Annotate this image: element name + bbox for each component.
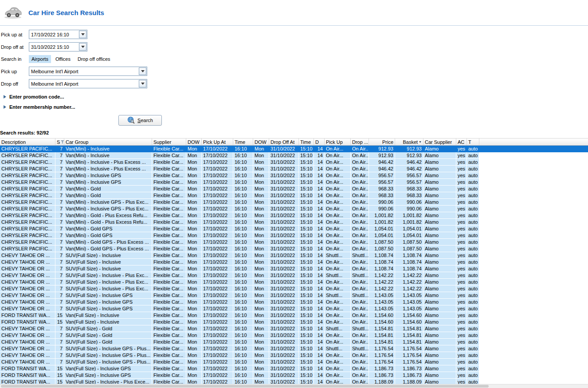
dropoff-location-combobox[interactable]: Melbourne Int'l Airport	[29, 79, 147, 88]
table-row[interactable]: CHEVY TAHOE OR ...7SUV(Full Size) - Incl…	[0, 305, 588, 312]
column-header-supplier[interactable]: Supplier	[152, 139, 186, 145]
table-row[interactable]: CHEVY TAHOE OR ...7SUV(Full Size) - Incl…	[0, 272, 588, 279]
column-header-description[interactable]: Description	[0, 139, 55, 145]
table-row[interactable]: CHEVY TAHOE OR ...7SUV(Full Size) - Incl…	[0, 265, 588, 272]
cell-price: 1,087.50	[369, 239, 395, 245]
cell-d: 14	[314, 166, 325, 172]
table-row[interactable]: CHRYSLER PACIFIC...7Van(Mini) - Inclusiv…	[0, 179, 588, 186]
table-row[interactable]: CHRYSLER PACIFIC...7Van(Mini) - Inclusiv…	[0, 166, 588, 172]
cell-dow: Mon	[186, 372, 202, 379]
column-header-s[interactable]: S	[55, 139, 64, 145]
column-header-pick-up[interactable]: Pick Up	[325, 139, 351, 145]
column-header-price[interactable]: Price	[369, 139, 395, 145]
table-row[interactable]: CHRYSLER PACIFIC...7Van(Mini) - GoldFlex…	[0, 192, 588, 199]
horizontal-scrollbar-thumb[interactable]	[1, 385, 489, 388]
cell-drop: On Air...	[351, 312, 369, 319]
dropoff-at-dropdown-button[interactable]	[79, 43, 86, 51]
column-header-ac[interactable]: AC	[456, 139, 467, 145]
column-header-car-supplier[interactable]: Car Supplier	[423, 139, 456, 145]
promotion-code-expander[interactable]: Enter promotion code...	[4, 94, 588, 100]
column-header-drop-off-at[interactable]: Drop Off At	[269, 139, 299, 145]
cell-ac: yes	[456, 285, 467, 292]
table-row[interactable]: CHEVY TAHOE OR ...7SUV(Full Size) - Incl…	[0, 252, 588, 259]
table-row[interactable]: FORD TRANSIT WA...15Van(Full Size) - Inc…	[0, 312, 588, 319]
table-row[interactable]: CHRYSLER PACIFIC...7Van(Mini) - Gold GPS…	[0, 239, 588, 245]
cell-drop: Shuttl...	[351, 325, 369, 332]
column-header-d[interactable]: D	[314, 139, 325, 145]
table-row[interactable]: CHRYSLER PACIFIC...7Van(Mini) - Inclusiv…	[0, 199, 588, 206]
table-row[interactable]: CHRYSLER PACIFIC...7Van(Mini) - Gold GPS…	[0, 245, 588, 252]
tab-offices[interactable]: Offices	[53, 55, 73, 63]
table-row[interactable]: CHRYSLER PACIFIC...7Van(Mini) - Inclusiv…	[0, 146, 588, 152]
column-header-time[interactable]: Time	[299, 139, 314, 145]
table-row[interactable]: CHRYSLER PACIFIC...7Van(Mini) - Gold - P…	[0, 212, 588, 219]
cell-car-group: Van(Mini) - Gold	[64, 192, 152, 199]
column-header-pick-up-at[interactable]: Pick Up At	[202, 139, 233, 145]
table-row[interactable]: CHEVY TAHOE OR ...7SUV(Full Size) - Gold…	[0, 339, 588, 345]
cell-dow: Mon	[253, 339, 269, 345]
table-row[interactable]: CHRYSLER PACIFIC...7Van(Mini) - Gold GPS…	[0, 226, 588, 232]
table-row[interactable]: CHRYSLER PACIFIC...7Van(Mini) - Inclusiv…	[0, 206, 588, 212]
table-row[interactable]: CHEVY TAHOE OR ...7SUV(Full Size) - Incl…	[0, 259, 588, 265]
cell-pick-up: On Air...	[325, 146, 351, 152]
cell-drop-off-at: 31/10/2022	[269, 339, 299, 345]
cell-d: 14	[314, 372, 325, 379]
column-header-basket[interactable]: Basket▼	[395, 139, 423, 145]
column-header-time[interactable]: Time	[233, 139, 253, 145]
cell-basket: 1,108.74	[395, 252, 423, 259]
table-row[interactable]: CHEVY TAHOE OR ...7SUV(Full Size) - Incl…	[0, 292, 588, 299]
tab-airports[interactable]: Airports	[29, 55, 51, 63]
cell-car-supplier: Alamo	[423, 292, 456, 299]
table-row[interactable]: CHEVY TAHOE OR ...7SUV(Full Size) - Incl…	[0, 345, 588, 352]
column-header-car-group[interactable]: Car Group	[64, 139, 152, 145]
cell-dow: Mon	[253, 179, 269, 186]
dropoff-location-dropdown-button[interactable]	[139, 80, 146, 87]
table-row[interactable]: CHRYSLER PACIFIC...7Van(Mini) - Inclusiv…	[0, 152, 588, 159]
table-row[interactable]: FORD TRANSIT WA...15Van(Full Size) - Inc…	[0, 365, 588, 372]
table-row[interactable]: CHEVY TAHOE OR ...7SUV(Full Size) - Gold…	[0, 332, 588, 339]
column-header-drop[interactable]: Drop ...	[351, 139, 369, 145]
cell-s: 7	[55, 159, 64, 166]
cell-s: 7	[55, 285, 64, 292]
table-row[interactable]: CHRYSLER PACIFIC...7Van(Mini) - Inclusiv…	[0, 172, 588, 179]
cell-price: 912.93	[369, 152, 395, 159]
column-header-dow[interactable]: DOW	[253, 139, 269, 145]
pickup-location-combobox[interactable]: Melbourne Int'l Airport	[29, 67, 147, 76]
column-header-dow[interactable]: DOW	[186, 139, 202, 145]
table-row[interactable]: FORD TRANSIT WA...15Van(Full Size) - Inc…	[0, 319, 588, 325]
cell-dow: Mon	[253, 212, 269, 219]
pickup-at-combobox[interactable]: 17/10/2022 16:10	[29, 30, 87, 39]
cell-basket: 1,143.05	[395, 299, 423, 305]
cell-time: 15:10	[299, 159, 314, 166]
membership-number-expander[interactable]: Enter membership number...	[4, 104, 588, 110]
cell-drop: On Air...	[351, 352, 369, 359]
table-row[interactable]: CHRYSLER PACIFIC...7Van(Mini) - GoldFlex…	[0, 186, 588, 192]
tab-drop-off-offices[interactable]: Drop off offices	[75, 55, 113, 63]
horizontal-scrollbar[interactable]	[0, 384, 588, 388]
table-row[interactable]: CHRYSLER PACIFIC...7Van(Mini) - Gold - P…	[0, 219, 588, 226]
cell-supplier: Flexible Car...	[152, 325, 186, 332]
table-row[interactable]: CHEVY TAHOE OR ...7SUV(Full Size) - Incl…	[0, 352, 588, 359]
pickup-location-dropdown-button[interactable]	[139, 67, 146, 75]
table-row[interactable]: CHRYSLER PACIFIC...7Van(Mini) - Gold GPS…	[0, 232, 588, 239]
dropoff-at-combobox[interactable]: 31/10/2022 15:10	[29, 42, 87, 51]
column-header-t[interactable]: T	[467, 139, 479, 145]
cell-dow: Mon	[253, 305, 269, 312]
table-row[interactable]: CHEVY TAHOE OR ...7SUV(Full Size) - Incl…	[0, 299, 588, 305]
filter-icon[interactable]	[60, 140, 64, 144]
cell-description: CHRYSLER PACIFIC...	[0, 192, 55, 199]
table-row[interactable]: CHEVY TAHOE OR ...7SUV(Full Size) - Incl…	[0, 359, 588, 365]
pickup-at-dropdown-button[interactable]	[79, 31, 86, 38]
cell-s: 7	[55, 359, 64, 365]
table-row[interactable]: CHEVY TAHOE OR ...7SUV(Full Size) - Incl…	[0, 279, 588, 285]
cell-drop: On Air...	[351, 152, 369, 159]
table-row[interactable]: CHEVY TAHOE OR ...7SUV(Full Size) - Gold…	[0, 325, 588, 332]
cell-supplier: Flexible Car...	[152, 245, 186, 252]
cell-car-supplier: Alamo	[423, 365, 456, 372]
table-row[interactable]: FORD TRANSIT WA...15Van(Full Size) - Inc…	[0, 372, 588, 379]
cell-dow: Mon	[186, 152, 202, 159]
search-button[interactable]: Search	[118, 115, 162, 126]
table-row[interactable]: CHEVY TAHOE OR ...7SUV(Full Size) - Incl…	[0, 285, 588, 292]
cell-s: 7	[55, 212, 64, 219]
table-row[interactable]: CHRYSLER PACIFIC...7Van(Mini) - Inclusiv…	[0, 159, 588, 166]
